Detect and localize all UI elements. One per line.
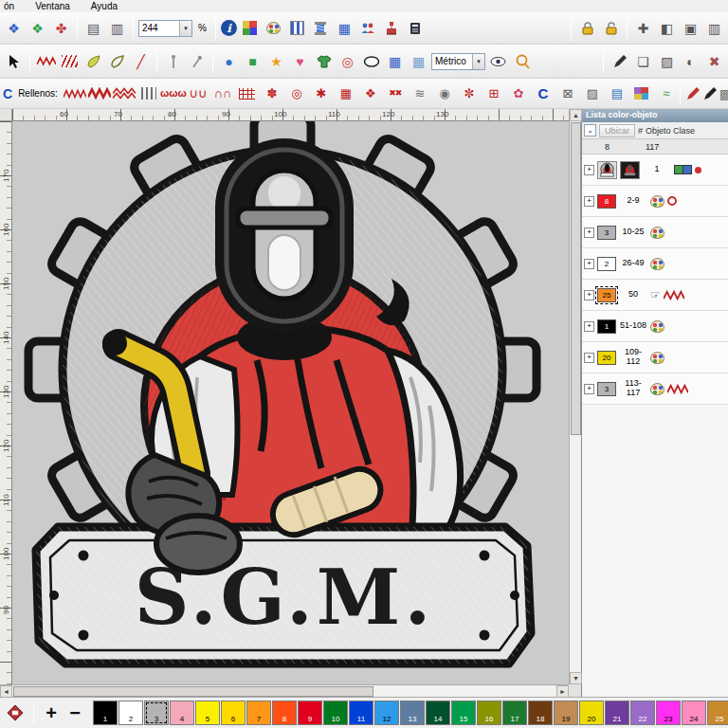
pattern-water-icon[interactable]: ≈: [655, 84, 678, 102]
plus-tool-icon[interactable]: ✚: [632, 17, 654, 39]
info-icon[interactable]: i: [221, 20, 237, 36]
color-row[interactable]: + 1 51-108: [582, 311, 728, 342]
layers-icon[interactable]: ▤: [82, 17, 104, 39]
expand-icon[interactable]: +: [584, 353, 594, 363]
expand-icon[interactable]: +: [584, 259, 594, 269]
people-icon[interactable]: [357, 17, 379, 39]
pattern-multicolor-icon[interactable]: [630, 84, 653, 102]
palette-color[interactable]: 21: [605, 701, 629, 725]
tshirt-icon[interactable]: [313, 50, 335, 72]
table-icon[interactable]: ▦: [384, 50, 406, 72]
pattern-spiral-icon[interactable]: ◉: [433, 84, 456, 102]
lasso-icon[interactable]: [511, 50, 533, 72]
pin-icon[interactable]: [186, 50, 208, 72]
palette-color[interactable]: 6: [221, 701, 246, 725]
palette-color[interactable]: 14: [426, 701, 450, 725]
design-row[interactable]: + 1: [582, 155, 728, 186]
palette-color[interactable]: 13: [400, 701, 425, 725]
color-swatch[interactable]: 3: [597, 382, 616, 396]
star-shape-icon[interactable]: ★: [265, 50, 287, 72]
black-pen-icon[interactable]: [702, 82, 718, 104]
zoom-in-icon[interactable]: +: [42, 703, 61, 722]
expand-icon[interactable]: +: [584, 290, 594, 300]
zoom-value[interactable]: 244: [139, 23, 179, 33]
color-swatch[interactable]: 8: [597, 194, 616, 209]
pattern-scallop-icon[interactable]: ∪∪: [187, 84, 209, 102]
palette-icon[interactable]: [263, 17, 284, 39]
zoom-combo[interactable]: 244 ▼: [138, 20, 192, 37]
pattern-vertical-lines-icon[interactable]: [137, 84, 160, 102]
design-thumbnail-dark[interactable]: [620, 161, 640, 179]
locate-button[interactable]: Ubicar: [599, 124, 635, 137]
stamp-icon[interactable]: [381, 17, 403, 39]
pen-icon[interactable]: [609, 50, 630, 72]
pattern-waves-icon[interactable]: ≋: [409, 84, 431, 102]
color-swatch[interactable]: 3: [597, 226, 616, 240]
expand-icon[interactable]: +: [584, 228, 594, 238]
lock-icon[interactable]: [576, 17, 598, 39]
palette-color[interactable]: 7: [246, 701, 271, 725]
design-canvas[interactable]: S.G.M.: [12, 121, 569, 684]
thread-spool-icon[interactable]: [310, 17, 332, 39]
circle-shape-icon[interactable]: ●: [218, 50, 240, 72]
chevron-down-icon[interactable]: ⌄: [584, 124, 596, 136]
notebook-icon[interactable]: [405, 17, 427, 39]
palette-color[interactable]: 18: [528, 701, 553, 725]
scroll-down-icon[interactable]: ▼: [570, 672, 582, 684]
blue-diamond-icon[interactable]: ❖: [3, 17, 25, 39]
palette-color[interactable]: 16: [477, 701, 501, 725]
pattern-grid-icon[interactable]: ⊞: [482, 84, 505, 102]
ellipse-tool-icon[interactable]: [360, 50, 382, 72]
pattern-zigzag-icon[interactable]: [64, 84, 86, 102]
color-row[interactable]: + 8 2-9: [582, 186, 728, 217]
palette-color[interactable]: 22: [630, 701, 655, 725]
copy-shape-icon[interactable]: ❏: [632, 50, 654, 72]
palette-color[interactable]: 19: [554, 701, 578, 725]
table-light-icon[interactable]: ▦: [408, 50, 429, 72]
pattern-double-zigzag-icon[interactable]: [113, 84, 136, 102]
heart-shape-icon[interactable]: ♥: [289, 50, 311, 72]
pattern-net-icon[interactable]: [236, 84, 259, 102]
vertical-ruler[interactable]: 170 160 150 140 130 120 110 100 90: [0, 121, 12, 684]
menu-edicion[interactable]: ón: [4, 1, 14, 11]
color-swatch[interactable]: 25: [597, 288, 616, 302]
pattern-diamond-icon[interactable]: ❖: [359, 84, 382, 102]
hatch-square-icon[interactable]: ▨: [656, 50, 678, 72]
horizontal-ruler[interactable]: 60 70 80 90 100 110 120 130: [12, 109, 569, 121]
red-flower-icon[interactable]: ✤: [50, 17, 72, 39]
pattern-arch-icon[interactable]: ∩∩: [211, 84, 234, 102]
color-swatch[interactable]: 20: [597, 351, 616, 365]
pattern-ring-icon[interactable]: ◎: [285, 84, 308, 102]
pattern-dense-icon[interactable]: ▩: [719, 82, 728, 104]
leaf-icon[interactable]: [82, 50, 104, 72]
vertical-scrollbar[interactable]: ▲ ▼: [569, 109, 581, 684]
columns-icon[interactable]: ▥: [106, 17, 128, 39]
palette-color[interactable]: 20: [579, 701, 604, 725]
palette-color[interactable]: 2: [118, 701, 143, 725]
pattern-lace-icon[interactable]: ✼: [458, 84, 481, 102]
color-swatch[interactable]: 2: [597, 257, 616, 271]
pattern-cross-icon[interactable]: ✖✖: [384, 84, 407, 102]
pattern-knot-icon[interactable]: ✿: [507, 84, 530, 102]
palette-color[interactable]: 24: [682, 701, 706, 725]
column-bars-icon[interactable]: [286, 17, 308, 39]
pattern-flower-icon[interactable]: ✽: [261, 84, 283, 102]
pattern-checker-icon[interactable]: ▦: [335, 84, 357, 102]
pattern-loops-icon[interactable]: ωωω: [162, 84, 185, 102]
contrast-icon[interactable]: ◐: [680, 50, 701, 72]
expand-icon[interactable]: +: [584, 321, 594, 332]
expand-icon[interactable]: +: [584, 384, 594, 394]
palette-color[interactable]: 1: [93, 701, 118, 725]
color-row[interactable]: + 3 113-117: [582, 373, 728, 405]
units-combo[interactable]: Métrico ▼: [431, 53, 485, 70]
color-grid-icon[interactable]: [239, 17, 261, 39]
palette-color[interactable]: 8: [272, 701, 297, 725]
grid-icon[interactable]: ▦: [334, 17, 355, 39]
zoom-out-icon[interactable]: −: [65, 703, 84, 722]
pattern-crossgrid-icon[interactable]: ⊠: [556, 84, 579, 102]
units-value[interactable]: Métrico: [432, 56, 472, 66]
square-shape-icon[interactable]: ■: [242, 50, 264, 72]
curve-c-icon[interactable]: C: [3, 82, 12, 104]
target-square-icon[interactable]: ▣: [680, 17, 701, 39]
red-pen-icon[interactable]: [685, 82, 701, 104]
